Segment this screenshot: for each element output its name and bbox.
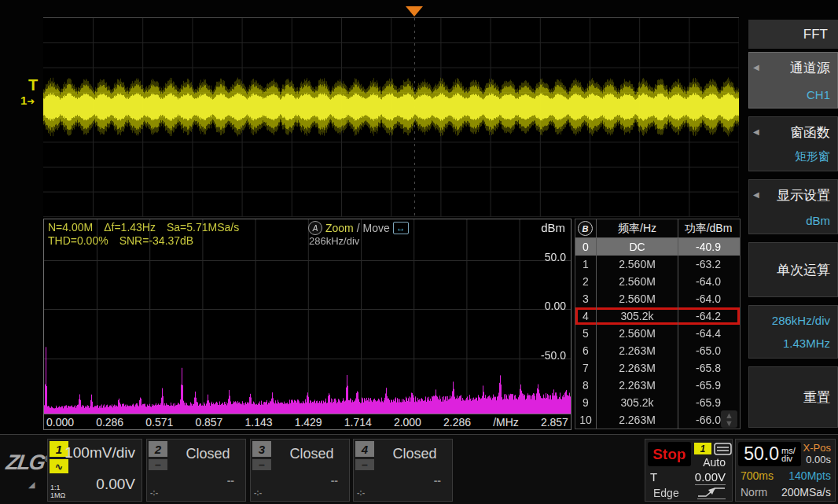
channel-1-box[interactable]: 1 ∿ 1:1 1MΩ 100mV/div 0.00V bbox=[47, 439, 142, 502]
channel-3-status: Closed bbox=[274, 446, 349, 462]
run-status-badge[interactable]: Stop bbox=[648, 442, 691, 466]
x-axis-tick: 0.857 bbox=[195, 416, 222, 429]
x-axis-tick: 0.000 bbox=[46, 416, 74, 429]
minus-badge-icon: – bbox=[252, 459, 271, 470]
acquisition-mode: Norm bbox=[741, 486, 767, 498]
y-axis-tick: 0.00 bbox=[545, 300, 566, 312]
peak-table-row-4[interactable]: 4305.2k-64.2 bbox=[575, 307, 740, 325]
peak-table-row-0[interactable]: 0DC-40.9 bbox=[575, 238, 740, 256]
fft-measurements-line1: N=4.00MΔf=1.43HzSa=5.71MSa/s bbox=[48, 221, 250, 234]
x-axis-tick: 1.143 bbox=[245, 416, 273, 429]
peak-freq-cell: 2.263M bbox=[596, 377, 678, 394]
peak-power-cell: -65.0 bbox=[678, 342, 738, 359]
fft-menu: FFT ◀ 通道源 CH1 ◀ 窗函数 矩形窗 ◀ 显示设置 dBm 单次运算 … bbox=[748, 0, 838, 504]
y-axis-tick: -50.0 bbox=[541, 349, 566, 362]
xpos-value: 0.00s bbox=[806, 454, 831, 465]
fft-n-value: N=4.00M bbox=[48, 221, 93, 234]
channel-2-time: -:- bbox=[150, 488, 158, 497]
trigger-status-box[interactable]: Stop 1 Auto T 0.00V Edge bbox=[645, 439, 733, 502]
channel-1-probe: 1:1 1MΩ bbox=[50, 484, 65, 499]
status-bar: ZLG® ◢ 1 ∿ 1:1 1MΩ 100mV/div 0.00V 2 – C… bbox=[0, 434, 838, 504]
channel-4-badge[interactable]: 4 bbox=[355, 441, 374, 457]
channel-2-box[interactable]: 2 – Closed -- -:- bbox=[146, 439, 246, 502]
channel-4-time: -:- bbox=[357, 488, 365, 497]
peak-table-row-6[interactable]: 62.263M-65.0 bbox=[575, 342, 740, 359]
channel-2-badge[interactable]: 2 bbox=[149, 441, 167, 457]
trigger-position-icon[interactable] bbox=[406, 6, 423, 17]
x-axis-tick: 1.429 bbox=[295, 416, 322, 429]
x-axis-tick: 1.714 bbox=[344, 416, 372, 429]
menu-readout-scale[interactable]: 286kHz/div 1.43MHz bbox=[748, 305, 838, 359]
submenu-arrow-icon: ◀ bbox=[753, 190, 759, 199]
menu-button-channel-source[interactable]: ◀ 通道源 CH1 bbox=[748, 52, 838, 109]
peak-idx-cell: 3 bbox=[575, 290, 596, 307]
peak-table-row-9[interactable]: 9305.2k-65.9 bbox=[575, 394, 740, 411]
peak-table-row-2[interactable]: 22.560M-64.0 bbox=[575, 273, 740, 290]
x-axis-tick: 0.286 bbox=[96, 416, 123, 429]
minus-badge-icon: – bbox=[355, 459, 374, 470]
logo-triangle-icon: ◢ bbox=[28, 480, 35, 490]
x-axis-unit: /MHz bbox=[493, 416, 519, 429]
peak-table-row-7[interactable]: 72.263M-65.8 bbox=[575, 359, 740, 377]
channel-4-box[interactable]: 4 – Closed -- -:- bbox=[353, 439, 453, 502]
peak-idx-cell: 5 bbox=[575, 325, 596, 342]
zlg-logo: ZLG® bbox=[5, 451, 50, 475]
menu-button-reset[interactable]: 重置 bbox=[748, 366, 838, 428]
peak-power-cell: -65.8 bbox=[678, 359, 738, 377]
time-domain-display bbox=[43, 17, 739, 217]
channel-2-status: Closed bbox=[171, 446, 245, 462]
timebase-scale[interactable]: 50.0 ms/ div bbox=[738, 442, 801, 466]
peak-table-row-8[interactable]: 82.263M-65.9 bbox=[575, 377, 740, 394]
channel-1-scale: 100mV/div bbox=[64, 444, 135, 462]
fft-measurements-line2: THD=0.00%SNR=-34.37dB bbox=[48, 234, 204, 247]
channel-3-badge[interactable]: 3 bbox=[252, 441, 271, 457]
peak-table-row-3[interactable]: 32.560M-64.0 bbox=[575, 290, 740, 307]
peak-idx-cell: 7 bbox=[575, 359, 596, 377]
fft-spectrum-panel: N=4.00MΔf=1.43HzSa=5.71MSa/s THD=0.00%SN… bbox=[43, 219, 572, 414]
freq-column-header: 频率/Hz bbox=[596, 219, 678, 237]
zoom-move-indicator: A Zoom / Move ↔ bbox=[308, 221, 409, 235]
fft-snr-value: SNR=-34.37dB bbox=[119, 234, 194, 247]
peak-idx-cell: 4 bbox=[575, 307, 596, 325]
peak-freq-cell: 305.2k bbox=[596, 307, 678, 325]
fft-thd-value: THD=0.00% bbox=[48, 234, 108, 247]
trigger-arrow-icon: ➜ bbox=[27, 96, 35, 107]
peak-idx-cell: 10 bbox=[575, 411, 596, 429]
channel-3-box[interactable]: 3 – Closed -- -:- bbox=[250, 439, 350, 502]
menu-button-window-function[interactable]: ◀ 窗函数 矩形窗 bbox=[748, 116, 838, 171]
menu-title: FFT bbox=[748, 20, 838, 49]
timebase-unit: ms/ div bbox=[781, 447, 796, 462]
channel-1-offset: 0.00V bbox=[96, 476, 135, 493]
peak-power-cell: -64.0 bbox=[678, 290, 738, 307]
peak-freq-cell: 2.263M bbox=[596, 411, 678, 429]
timebase-box[interactable]: 50.0 ms/ div X-Pos 0.00s 700ms 140Mpts N… bbox=[735, 439, 836, 502]
peak-power-cell: -64.0 bbox=[678, 273, 738, 290]
peak-power-cell: -64.4 bbox=[678, 325, 738, 342]
peak-freq-cell: 2.263M bbox=[596, 342, 678, 359]
minus-badge-icon: – bbox=[149, 459, 167, 470]
peak-table-row-1[interactable]: 12.560M-63.2 bbox=[575, 256, 740, 273]
trigger-source-badge: 1 bbox=[694, 443, 711, 454]
scroll-down-icon[interactable]: ▼ bbox=[725, 419, 733, 427]
trigger-type: Edge bbox=[653, 487, 679, 499]
xpos-label: X-Pos bbox=[803, 442, 831, 454]
channel1-marker[interactable]: 1➜ bbox=[20, 94, 35, 107]
table-scroll-arrows[interactable]: ▲ ▼ bbox=[721, 410, 737, 428]
x-axis-tick: 2.857 bbox=[541, 416, 568, 429]
peak-power-cell: -65.9 bbox=[678, 377, 738, 394]
channel-3-time: -:- bbox=[254, 488, 262, 497]
peak-idx-cell: 6 bbox=[575, 342, 596, 359]
horizontal-arrow-icon: ↔ bbox=[393, 222, 409, 234]
peak-power-cell: -65.9 bbox=[678, 394, 738, 411]
move-label: / Move bbox=[357, 222, 390, 234]
peak-power-cell: -40.9 bbox=[678, 238, 738, 256]
channel-4-value: -- bbox=[434, 474, 441, 487]
menu-button-display-settings[interactable]: ◀ 显示设置 dBm bbox=[748, 179, 838, 234]
peak-power-cell: -63.2 bbox=[678, 256, 738, 273]
peak-table-row-10[interactable]: 102.263M-66.0 bbox=[575, 411, 740, 429]
submenu-arrow-icon: ◀ bbox=[753, 127, 759, 136]
peak-table-row-5[interactable]: 52.560M-64.4 bbox=[575, 325, 740, 342]
peak-power-cell: -64.2 bbox=[678, 307, 738, 325]
menu-button-single-run[interactable]: 单次运算 bbox=[748, 242, 838, 297]
channel-4-status: Closed bbox=[377, 446, 452, 462]
